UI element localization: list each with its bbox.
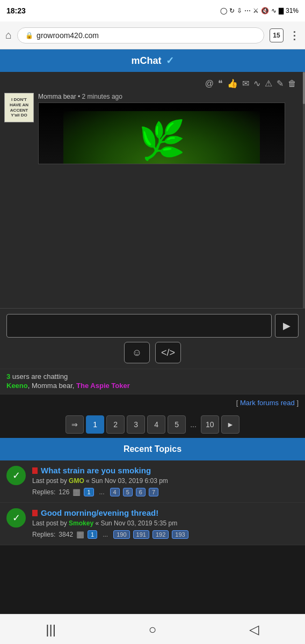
user-keeno[interactable]: Keeno — [6, 382, 28, 390]
post-date-1: Sun Nov 03, 2019 6:03 pm — [91, 477, 168, 485]
post-separator-2: « — [95, 519, 100, 527]
topic-row: ✓ What strain are you smoking Last post … — [0, 460, 305, 503]
mention-icon[interactable]: @ — [205, 79, 214, 89]
topic-meta-2: Last post by Smokey « Sun Nov 03, 2019 5… — [32, 519, 299, 527]
topic-content-2: Good morning/evening thread! Last post b… — [32, 508, 299, 539]
mark-forums-row: [ Mark forums read ] — [0, 394, 305, 411]
copy-icon-1: ▦ — [72, 487, 81, 497]
topic-ellipsis-1: ... — [97, 488, 107, 496]
avatar: I DON'T HAVE AN ACCENT Y'all DO — [4, 93, 34, 122]
chat-input-row: ▶ — [6, 314, 299, 338]
topic-page-1-1[interactable]: 1 — [84, 488, 93, 496]
pagination-page-1[interactable]: 1 — [86, 415, 104, 434]
like-icon[interactable]: 👍 — [227, 78, 238, 89]
mute-icon: 🔇 — [261, 7, 269, 14]
chat-message: I DON'T HAVE AN ACCENT Y'all DO Momma be… — [4, 93, 301, 164]
pagination-page-5[interactable]: 5 — [168, 415, 186, 434]
topic-replies-1: Replies: 126 ▦ 1 ... 4 5 6 7 — [32, 487, 299, 497]
user-aspie-toker[interactable]: The Aspie Toker — [76, 382, 130, 390]
pagination-page-2[interactable]: 2 — [106, 415, 125, 434]
browser-bar: ⌂ 🔒 growroom420.com 15 ⋮ — [0, 21, 305, 49]
chat-toolbar: @ ❝ 👍 ✉ ∿ ⚠ ✎ 🗑 — [4, 76, 301, 91]
replies-count-2: 3842 — [59, 531, 73, 538]
pagination-prev[interactable]: ⇒ — [66, 415, 84, 434]
users-are-text: users are chatting — [12, 372, 68, 380]
chat-input[interactable] — [6, 314, 272, 338]
scroll-indicator[interactable] — [303, 72, 305, 308]
pagination-next[interactable]: ► — [221, 415, 239, 434]
topic-replies-2: Replies: 3842 ▦ 1 ... 190 191 192 193 — [32, 529, 299, 539]
battery-level: 31% — [286, 7, 299, 14]
topic-page-6-1[interactable]: 6 — [136, 488, 146, 496]
topic-resolved-icon: ✓ — [6, 466, 26, 485]
message-meta: Momma bear • 2 minutes ago — [38, 93, 301, 100]
quote-icon[interactable]: ❝ — [218, 78, 223, 89]
topic-page-1-2[interactable]: 1 — [88, 530, 97, 539]
status-bar: 18:23 ◯ ↻ ⇩ ⋯ ⚔ 🔇 ∿ ▇ 31% — [0, 0, 305, 21]
edit-icon[interactable]: ✎ — [277, 78, 284, 89]
plant-image — [39, 103, 285, 164]
pagination-page-4[interactable]: 4 — [147, 415, 165, 434]
browser-menu-icon[interactable]: ⋮ — [289, 29, 300, 42]
instagram-icon: ◯ — [220, 7, 227, 14]
topic-page-191-2[interactable]: 191 — [133, 530, 149, 539]
lock-icon: 🔒 — [25, 32, 33, 39]
warning-icon[interactable]: ⚠ — [265, 78, 272, 89]
users-list: Keeno, Momma bear, The Aspie Toker — [6, 382, 299, 390]
pagination-page-3[interactable]: 3 — [127, 415, 145, 434]
user-momma-bear[interactable]: Momma bear — [32, 382, 72, 390]
topic-content-1: What strain are you smoking Last post by… — [32, 466, 299, 497]
post-date-2: Sun Nov 03, 2019 5:35 pm — [100, 519, 177, 527]
users-count: 3 users are chatting — [6, 372, 299, 380]
emoji-button[interactable]: ☺ — [124, 342, 150, 363]
status-icons: ◯ ↻ ⇩ ⋯ ⚔ 🔇 ∿ ▇ 31% — [220, 7, 299, 14]
tab-count[interactable]: 15 — [270, 28, 284, 42]
topic-resolved-icon-2: ✓ — [6, 508, 26, 528]
bracket-close: ] — [296, 399, 299, 407]
pagination-page-10[interactable]: 10 — [201, 415, 219, 434]
nav-menu-button[interactable]: ||| — [35, 619, 67, 640]
nav-back-button[interactable]: ◁ — [238, 619, 270, 640]
url-bar[interactable]: 🔒 growroom420.com — [17, 27, 264, 43]
send-button[interactable]: ▶ — [275, 314, 299, 338]
wifi-chat-icon[interactable]: ∿ — [253, 78, 260, 89]
download-icon: ⇩ — [237, 7, 242, 14]
trash-icon[interactable]: 🗑 — [288, 79, 296, 89]
topic-title-text-2: Good morning/evening thread! — [41, 508, 158, 517]
mail-icon[interactable]: ✉ — [242, 78, 249, 89]
status-time: 18:23 — [6, 6, 26, 15]
poster-name-1[interactable]: GMO — [69, 477, 84, 485]
message-content: Momma bear • 2 minutes ago — [38, 93, 301, 164]
topic-page-4-1[interactable]: 4 — [110, 488, 120, 496]
mark-forums-link[interactable]: Mark forums read — [240, 399, 295, 407]
wifi-icon: ∿ — [271, 7, 277, 14]
topic-page-5-1[interactable]: 5 — [123, 488, 133, 496]
topic-page-193-2[interactable]: 193 — [172, 530, 188, 539]
topic-page-7-1[interactable]: 7 — [149, 488, 158, 496]
code-button[interactable]: </> — [155, 342, 181, 363]
topic-title-1[interactable]: What strain are you smoking — [32, 466, 299, 475]
signal-icon: ▇ — [279, 7, 284, 14]
checkmark-icon: ✓ — [166, 55, 174, 67]
topic-page-190-2[interactable]: 190 — [113, 530, 129, 539]
separator-2: , — [72, 382, 76, 390]
topic-tag-icon — [32, 467, 38, 474]
url-text: growroom420.com — [37, 31, 99, 40]
topic-page-192-2[interactable]: 192 — [152, 530, 169, 539]
message-username[interactable]: Momma bear — [38, 93, 76, 100]
bottom-nav: ||| ○ ◁ — [0, 614, 305, 644]
mchat-title: mChat — [131, 55, 161, 67]
users-chatting-section: 3 users are chatting Keeno, Momma bear, … — [0, 369, 305, 394]
topic-title-2[interactable]: Good morning/evening thread! — [32, 508, 299, 517]
chat-area: @ ❝ 👍 ✉ ∿ ⚠ ✎ 🗑 I DON'T HAVE AN ACCENT Y… — [0, 72, 305, 308]
nav-home-button[interactable]: ○ — [136, 619, 169, 640]
poster-name-2[interactable]: Smokey — [69, 519, 93, 527]
pagination-row: ⇒ 1 2 3 4 5 ... 10 ► — [0, 411, 305, 438]
recent-topics-title: Recent Topics — [124, 444, 181, 453]
home-icon[interactable]: ⌂ — [5, 29, 12, 41]
copy-icon-2: ▦ — [76, 529, 84, 539]
bracket-open: [ — [236, 399, 238, 407]
separator-1: , — [28, 382, 32, 390]
emoji-code-row: ☺ </> — [6, 342, 299, 363]
message-time: 2 minutes ago — [82, 93, 122, 100]
